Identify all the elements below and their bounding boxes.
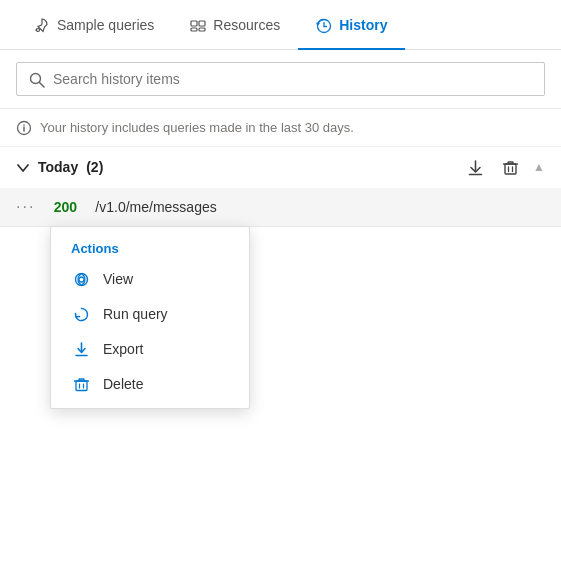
menu-item-delete[interactable]: Delete — [51, 367, 249, 402]
resources-icon — [190, 16, 206, 34]
section-header: Today (2) ▲ — [0, 147, 561, 188]
menu-delete-label: Delete — [103, 376, 143, 392]
download-all-button[interactable] — [463, 157, 488, 178]
menu-run-query-label: Run query — [103, 306, 168, 322]
item-status-code: 200 — [47, 199, 83, 215]
search-icon — [29, 70, 45, 88]
tab-sample-queries-label: Sample queries — [57, 17, 154, 33]
tab-history[interactable]: History — [298, 0, 405, 50]
section-count: (2) — [86, 159, 103, 175]
info-banner: Your history includes queries made in th… — [0, 109, 561, 147]
search-input[interactable] — [53, 71, 532, 87]
delete-all-button[interactable] — [498, 157, 523, 178]
rocket-icon — [34, 16, 50, 34]
history-icon — [316, 16, 332, 34]
search-box — [16, 62, 545, 96]
section-actions: ▲ — [463, 157, 545, 178]
tab-resources[interactable]: Resources — [172, 0, 298, 50]
menu-item-run-query[interactable]: Run query — [51, 297, 249, 332]
menu-item-view[interactable]: View — [51, 262, 249, 297]
svg-rect-1 — [191, 21, 197, 26]
chevron-down-icon — [16, 159, 30, 175]
tab-sample-queries[interactable]: Sample queries — [16, 0, 172, 50]
run-query-icon — [71, 306, 91, 323]
scrollbar-up-indicator: ▲ — [533, 160, 545, 174]
item-endpoint: /v1.0/me/messages — [95, 199, 216, 215]
delete-icon — [71, 376, 91, 393]
export-icon — [71, 341, 91, 358]
svg-point-17 — [75, 273, 87, 285]
item-more-dots[interactable]: ··· — [16, 198, 35, 216]
menu-view-label: View — [103, 271, 133, 287]
svg-rect-13 — [505, 164, 516, 174]
svg-point-18 — [79, 277, 84, 282]
menu-export-label: Export — [103, 341, 143, 357]
tab-history-label: History — [339, 17, 387, 33]
context-menu-title: Actions — [51, 233, 249, 262]
nav-tabs: Sample queries Resources History — [0, 0, 561, 50]
context-menu: Actions View Run query — [50, 226, 250, 409]
section-title-toggle[interactable]: Today (2) — [16, 159, 103, 175]
menu-item-export[interactable]: Export — [51, 332, 249, 367]
info-icon — [16, 119, 32, 136]
svg-rect-4 — [199, 28, 205, 31]
svg-rect-21 — [76, 381, 87, 391]
info-text: Your history includes queries made in th… — [40, 120, 354, 135]
view-icon — [71, 271, 91, 288]
svg-point-10 — [23, 124, 25, 126]
history-item: ··· 200 /v1.0/me/messages Actions View — [0, 188, 561, 227]
section-title-label: Today — [38, 159, 78, 175]
tab-resources-label: Resources — [213, 17, 280, 33]
svg-rect-3 — [191, 28, 197, 31]
search-container — [0, 50, 561, 109]
svg-rect-2 — [199, 21, 205, 26]
svg-line-7 — [40, 82, 45, 87]
